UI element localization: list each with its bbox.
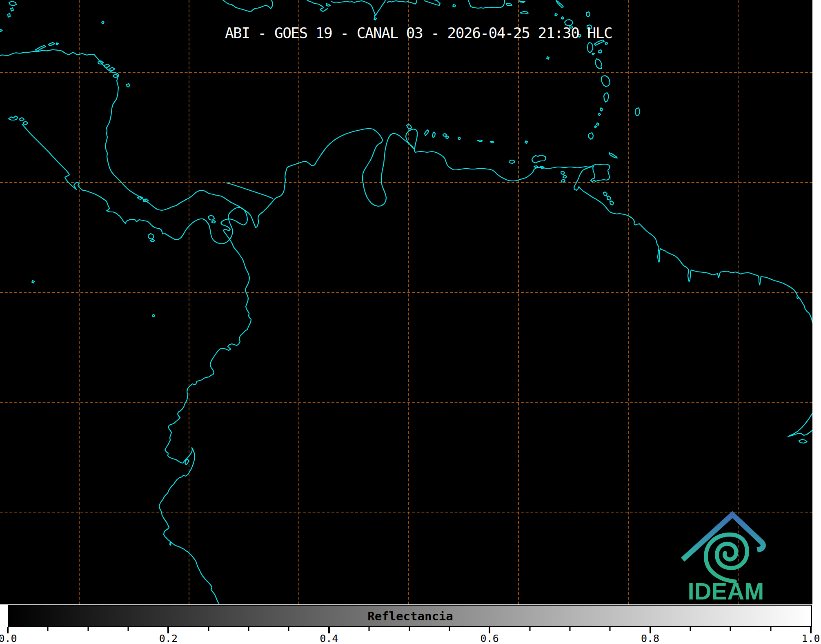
colorbar-minor-tick	[690, 627, 691, 631]
logo-hurricane-spiral-icon	[706, 535, 747, 582]
image-title: ABI - GOES 19 - CANAL 03 - 2026-04-25 21…	[225, 25, 612, 41]
colorbar-tick-label: 0.4	[320, 633, 338, 644]
coastline-central-america-islets	[0, 1, 130, 125]
colorbar-label: Reflectancia	[367, 609, 453, 623]
colorbar-minor-tick	[47, 627, 49, 631]
coastline-caribbean-mainland	[0, 50, 812, 323]
colorbar-minor-tick	[248, 627, 249, 631]
colorbar-tick-label: 0.0	[0, 633, 17, 644]
coastline-pacific-mainland	[22, 124, 251, 604]
coastline-hispaniola-east	[387, 0, 456, 7]
colorbar-minor-tick	[87, 627, 89, 631]
coastline-pacific-islets	[32, 281, 189, 545]
colorbar-minor-tick	[529, 627, 530, 631]
colorbar-minor-tick	[610, 627, 611, 631]
colorbar-minor-tick	[569, 627, 570, 631]
ideam-logo: IDEAM	[670, 510, 776, 606]
coastline-puerto-rico	[468, 0, 563, 14]
colorbar-minor-tick	[730, 627, 731, 631]
colorbar-minor-tick	[208, 627, 209, 631]
colorbar-tick-label: 0.2	[159, 633, 178, 644]
coastline-hispaniola-west	[307, 0, 330, 11]
colorbar-minor-tick	[288, 627, 289, 631]
colorbar-minor-tick	[128, 627, 129, 631]
figure: ABI - GOES 19 - CANAL 03 - 2026-04-25 21…	[0, 0, 821, 644]
colorbar-minor-tick	[449, 627, 450, 631]
colorbar-minor-tick	[369, 627, 370, 631]
colorbar-tick-label: 1.0	[801, 633, 820, 644]
coastline-brazil-coast-fragment	[788, 413, 812, 443]
logo-text: IDEAM	[688, 578, 764, 604]
coastline-jamaica	[223, 0, 273, 12]
coastline-orinoco-delta-islets	[603, 192, 614, 205]
colorbar-minor-tick	[409, 627, 410, 631]
coastline-venezuelan-islands	[407, 124, 546, 169]
colorbar-tick-label: 0.6	[481, 633, 499, 644]
colorbar-minor-tick	[770, 627, 771, 631]
coastline-hispaniola-main	[332, 0, 385, 20]
colorbar-tick-label: 0.8	[641, 633, 659, 644]
coastline-magdalena-channel	[227, 183, 273, 198]
